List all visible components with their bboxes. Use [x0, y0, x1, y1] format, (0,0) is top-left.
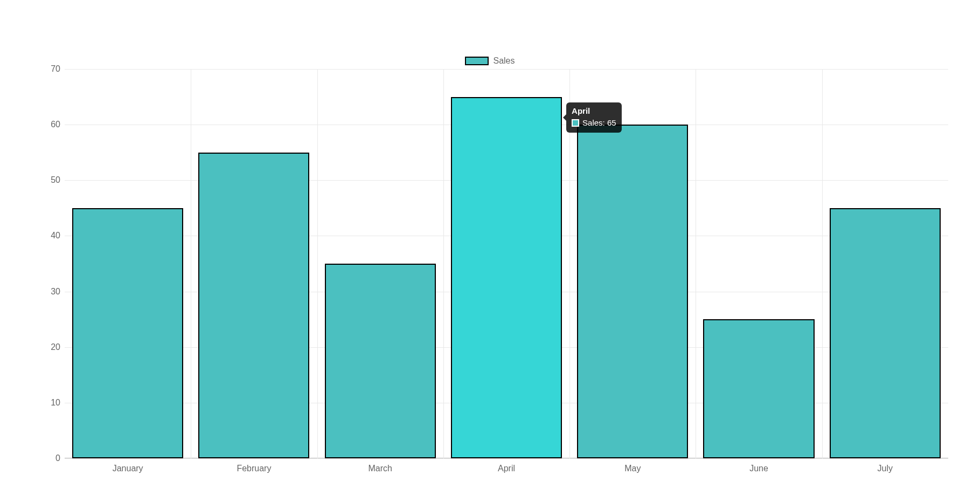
- y-tick-label: 40: [43, 231, 60, 240]
- x-tick-label: June: [749, 464, 768, 473]
- legend-item-sales[interactable]: Sales: [465, 56, 515, 66]
- gridline-vertical: [191, 69, 191, 458]
- legend-swatch-icon: [465, 57, 489, 65]
- y-tick-label: 60: [43, 120, 60, 129]
- bar-april[interactable]: [451, 97, 562, 458]
- tooltip-row: Sales: 65: [572, 118, 616, 128]
- plot-area: 010203040506070JanuaryFebruaryMarchApril…: [65, 69, 948, 458]
- x-tick-label: July: [878, 464, 893, 473]
- gridline-vertical: [443, 69, 444, 458]
- gridline-horizontal: [65, 458, 948, 459]
- bar-chart: Sales 010203040506070JanuaryFebruaryMarc…: [0, 0, 980, 502]
- x-tick-label: May: [624, 464, 641, 473]
- y-tick-label: 20: [43, 342, 60, 352]
- gridline-horizontal: [65, 69, 948, 70]
- bar-july[interactable]: [830, 208, 941, 458]
- bar-march[interactable]: [325, 264, 436, 458]
- y-tick-label: 0: [43, 453, 60, 463]
- y-tick-label: 30: [43, 287, 60, 297]
- bar-january[interactable]: [72, 208, 183, 458]
- tooltip-title: April: [572, 106, 616, 116]
- bar-may[interactable]: [577, 125, 688, 458]
- bar-june[interactable]: [703, 319, 814, 458]
- tooltip-swatch-icon: [572, 119, 579, 127]
- x-tick-label: April: [498, 464, 515, 473]
- y-tick-label: 50: [43, 175, 60, 185]
- y-tick-label: 10: [43, 398, 60, 408]
- gridline-vertical: [317, 69, 318, 458]
- x-tick-label: March: [368, 464, 392, 473]
- y-tick-label: 70: [43, 64, 60, 74]
- tooltip-series-label: Sales: 65: [582, 118, 616, 128]
- chart-legend: Sales: [0, 56, 980, 67]
- chart-tooltip: AprilSales: 65: [566, 102, 622, 133]
- gridline-vertical: [696, 69, 696, 458]
- x-tick-label: January: [113, 464, 143, 473]
- gridline-vertical: [822, 69, 823, 458]
- legend-label: Sales: [493, 56, 515, 66]
- bar-february[interactable]: [198, 153, 309, 458]
- x-tick-label: February: [237, 464, 271, 473]
